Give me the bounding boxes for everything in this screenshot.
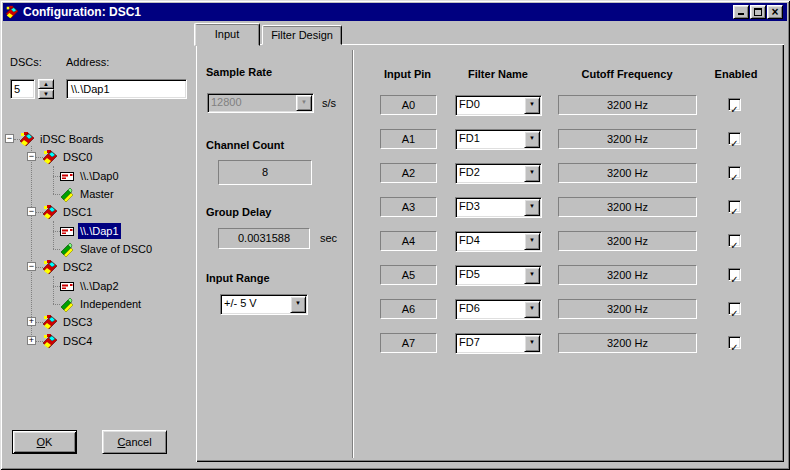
filter-name-value: FD6 (459, 301, 480, 316)
enabled-checkbox[interactable]: ✓ (728, 132, 741, 145)
tab-filter-design[interactable]: Filter Design (262, 25, 342, 45)
channel-row-a0: A0 FD0 ▼ 3200 Hz ✓ (0, 95, 790, 117)
filter-name-select[interactable]: FD1 ▼ (455, 129, 542, 150)
tree-expander[interactable]: − (27, 152, 36, 161)
dropdown-arrow-icon: ▼ (525, 200, 539, 213)
enabled-checkbox[interactable]: ✓ (728, 98, 741, 111)
ok-label-underline: O (37, 436, 46, 448)
filter-dropdown-button[interactable]: ▼ (524, 131, 540, 148)
filter-name-select[interactable]: FD4 ▼ (455, 231, 542, 252)
filter-name-select[interactable]: FD7 ▼ (455, 333, 542, 354)
expander-plus-icon: + (28, 337, 35, 344)
enabled-checkbox[interactable]: ✓ (728, 336, 741, 349)
dropdown-arrow-icon: ▼ (525, 302, 539, 315)
address-value: \\.\Dap1 (71, 83, 110, 95)
configuration-dialog: Configuration: DSC1 × DSCs: 5 ▲ ▼ Addres… (0, 0, 790, 470)
channel-row-a6: A6 FD6 ▼ 3200 Hz ✓ (0, 299, 790, 321)
dropdown-arrow-icon: ▼ (525, 268, 539, 281)
filter-name-value: FD2 (459, 165, 480, 180)
cutoff-frequency-cell: 3200 Hz (558, 231, 697, 251)
filter-name-value: FD7 (459, 335, 480, 350)
filter-dropdown-button[interactable]: ▼ (524, 335, 540, 352)
tree-expander[interactable]: − (27, 262, 36, 271)
filter-name-select[interactable]: FD6 ▼ (455, 299, 542, 320)
checkbox-check-icon: ✓ (730, 308, 738, 319)
dropdown-arrow-icon: ▼ (525, 234, 539, 247)
tree-expander[interactable]: − (27, 207, 36, 216)
minimize-button[interactable] (733, 5, 749, 19)
dscs-count-value: 5 (14, 83, 20, 95)
expander-minus-icon: − (28, 263, 35, 270)
app-board-icon (5, 5, 19, 19)
spin-up-icon: ▲ (39, 80, 53, 88)
enabled-checkbox[interactable]: ✓ (728, 234, 741, 247)
input-pin-cell: A1 (380, 129, 437, 149)
filter-name-select[interactable]: FD2 ▼ (455, 163, 542, 184)
tab-input[interactable]: Input (194, 23, 260, 46)
input-pin-cell: A3 (380, 197, 437, 217)
close-icon: × (768, 6, 782, 18)
cancel-label: ancel (125, 436, 151, 448)
filter-dropdown-button[interactable]: ▼ (524, 301, 540, 318)
tree-expander[interactable]: − (5, 134, 14, 143)
input-pin-cell: A7 (380, 333, 437, 353)
checkbox-check-icon: ✓ (730, 206, 738, 217)
title-bar: Configuration: DSC1 × (3, 3, 787, 21)
channel-row-a4: A4 FD4 ▼ 3200 Hz ✓ (0, 231, 790, 253)
input-pin-cell: A4 (380, 231, 437, 251)
dropdown-arrow-icon: ▼ (525, 98, 539, 111)
filter-dropdown-button[interactable]: ▼ (524, 233, 540, 250)
ok-button[interactable]: OK (12, 430, 77, 454)
checkbox-check-icon: ✓ (730, 172, 738, 183)
checkbox-check-icon: ✓ (730, 240, 738, 251)
filter-name-value: FD0 (459, 97, 480, 112)
input-pin-cell: A2 (380, 163, 437, 183)
maximize-button[interactable] (750, 5, 766, 19)
dropdown-arrow-icon: ▼ (525, 132, 539, 145)
channel-row-a7: A7 FD7 ▼ 3200 Hz ✓ (0, 333, 790, 355)
expander-plus-icon: + (28, 318, 35, 325)
filter-dropdown-button[interactable]: ▼ (524, 199, 540, 216)
cutoff-frequency-cell: 3200 Hz (558, 197, 697, 217)
checkbox-check-icon: ✓ (730, 138, 738, 149)
input-pin-cell: A5 (380, 265, 437, 285)
filter-name-value: FD1 (459, 131, 480, 146)
expander-minus-icon: − (28, 153, 35, 160)
cancel-button[interactable]: Cancel (102, 430, 167, 454)
channel-row-a2: A2 FD2 ▼ 3200 Hz ✓ (0, 163, 790, 185)
cutoff-frequency-cell: 3200 Hz (558, 333, 697, 353)
address-label: Address: (66, 56, 109, 68)
dropdown-arrow-icon: ▼ (525, 336, 539, 349)
channel-row-a5: A5 FD5 ▼ 3200 Hz ✓ (0, 265, 790, 287)
filter-dropdown-button[interactable]: ▼ (524, 97, 540, 114)
expander-minus-icon: − (6, 135, 13, 142)
enabled-checkbox[interactable]: ✓ (728, 166, 741, 179)
cutoff-frequency-cell: 3200 Hz (558, 129, 697, 149)
tree-expander[interactable]: + (27, 317, 36, 326)
filter-name-select[interactable]: FD5 ▼ (455, 265, 542, 286)
cutoff-frequency-cell: 3200 Hz (558, 95, 697, 115)
filter-name-select[interactable]: FD0 ▼ (455, 95, 542, 116)
enabled-checkbox[interactable]: ✓ (728, 200, 741, 213)
close-button[interactable]: × (767, 5, 783, 19)
filter-dropdown-button[interactable]: ▼ (524, 267, 540, 284)
window-title: Configuration: DSC1 (23, 5, 141, 19)
filter-name-value: FD4 (459, 233, 480, 248)
filter-name-header: Filter Name (452, 68, 544, 80)
cutoff-frequency-cell: 3200 Hz (558, 163, 697, 183)
filter-name-select[interactable]: FD3 ▼ (455, 197, 542, 218)
enabled-checkbox[interactable]: ✓ (728, 268, 741, 281)
minimize-icon (738, 13, 744, 15)
sample-rate-label: Sample Rate (206, 66, 272, 78)
channel-row-a3: A3 FD3 ▼ 3200 Hz ✓ (0, 197, 790, 219)
dscs-spin-up-button[interactable]: ▲ (38, 79, 54, 89)
filter-dropdown-button[interactable]: ▼ (524, 165, 540, 182)
enabled-checkbox[interactable]: ✓ (728, 302, 741, 315)
cutoff-frequency-header: Cutoff Frequency (556, 68, 698, 80)
checkbox-check-icon: ✓ (730, 104, 738, 115)
checkbox-check-icon: ✓ (730, 342, 738, 353)
cutoff-frequency-cell: 3200 Hz (558, 265, 697, 285)
tree-expander[interactable]: + (27, 336, 36, 345)
filter-name-value: FD3 (459, 199, 480, 214)
channel-row-a1: A1 FD1 ▼ 3200 Hz ✓ (0, 129, 790, 151)
